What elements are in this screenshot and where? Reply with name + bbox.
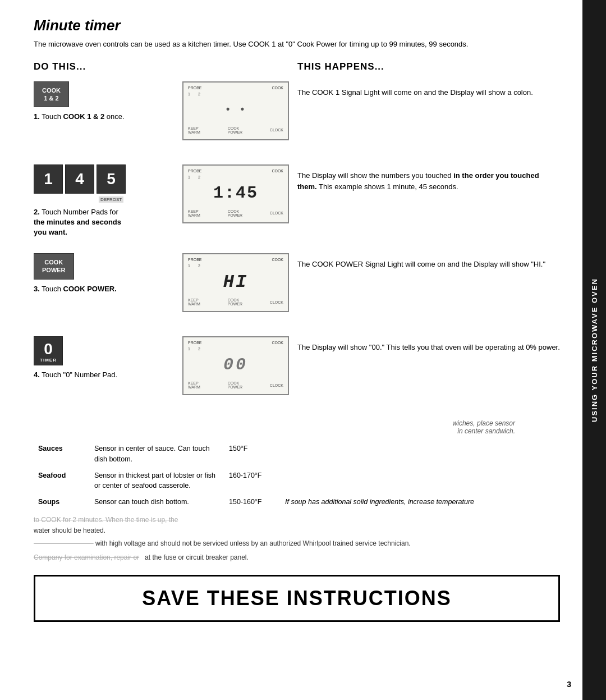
strikethrough-text-2 [34, 539, 94, 547]
intro-text: The microwave oven controls can be used … [34, 39, 560, 50]
cook-power-3: COOKPOWER [228, 298, 242, 306]
temp-sauces: 150°F [224, 441, 281, 468]
keep-warm-4: KEEPWARM [188, 381, 200, 389]
wiches-text: wiches, place sensorin center sandwich. [34, 419, 515, 435]
food-seafood: Seafood [34, 468, 90, 495]
probe-label-2: PROBE [188, 169, 202, 173]
num-pad-4: 4 [65, 164, 94, 194]
col-left-header: DO THIS... [34, 61, 174, 72]
step-3-display: PROBE COOK 1 2 HI KEEPWARM COOKPOWER CLO… [174, 253, 297, 312]
step-4-display: PROBE COOK 1 2 00 KEEPWARM COOKPOWER CLO… [174, 336, 297, 395]
step-1-description: The COOK 1 Signal Light will come on and… [297, 81, 560, 99]
save-instructions-banner: SAVE THESE INSTRUCTIONS [34, 575, 560, 622]
display-mid-2: 1:45 [188, 179, 283, 207]
display-bottom-2: KEEPWARM COOKPOWER CLOCK [188, 209, 283, 217]
step-2-description: The Display will show the numbers you to… [297, 164, 560, 194]
food-sauces: Sauces [34, 441, 90, 468]
display-top-3: PROBE COOK [188, 258, 283, 262]
defrost-tag: DEFROST [99, 196, 123, 203]
main-content: Minute timer The microwave oven controls… [0, 0, 582, 700]
display-bottom-3: KEEPWARM COOKPOWER CLOCK [188, 298, 283, 306]
temp-seafood: 160-170°F [224, 468, 281, 495]
display-indicators-1: 1 2 [188, 92, 283, 96]
step-1-row: COOK1 & 2 1. Touch COOK 1 & 2 once. PROB… [34, 81, 560, 149]
cook-power-4: COOKPOWER [228, 381, 242, 389]
cook2-indicator-3: 2 [198, 264, 200, 268]
note-soups: If soup has additional solid ingredients… [281, 494, 560, 510]
columns-header: DO THIS... THIS HAPPENS... [34, 61, 560, 72]
clock-2: CLOCK [270, 211, 283, 215]
display-bottom-1: KEEPWARM COOKPOWER CLOCK [188, 126, 283, 134]
note-sauces [281, 441, 560, 468]
col-middle-header [174, 61, 297, 72]
bottom-partial-1: to COOK for 2 minutes. When the time is … [34, 515, 560, 536]
display-top-2: PROBE COOK [188, 169, 283, 173]
sidebar-text: USING YOUR MICROWAVE OVEN [590, 278, 599, 422]
display-bottom-4: KEEPWARM COOKPOWER CLOCK [188, 381, 283, 389]
display-panel-2: PROBE COOK 1 2 1:45 KEEPWARM COOKPOWER C… [182, 164, 289, 223]
zero-pad: 0 TIMER [34, 336, 63, 365]
clock-3: CLOCK [270, 300, 283, 304]
num-pad-1: 1 [34, 164, 63, 194]
page-title: Minute timer [34, 17, 560, 34]
cook-1-2-button: COOK1 & 2 [34, 81, 69, 108]
food-soups: Soups [34, 494, 90, 510]
display-indicators-2: 1 2 [188, 175, 283, 179]
keep-warm-3: KEEPWARM [188, 298, 200, 306]
keep-warm-2: KEEPWARM [188, 209, 200, 217]
display-panel-4: PROBE COOK 1 2 00 KEEPWARM COOKPOWER CLO… [182, 336, 289, 395]
do-this-header: DO THIS... [34, 61, 86, 72]
step-1-label: 1. Touch COOK 1 & 2 once. [34, 112, 125, 122]
keep-warm-1: KEEPWARM [188, 126, 200, 134]
step-2-display: PROBE COOK 1 2 1:45 KEEPWARM COOKPOWER C… [174, 164, 297, 223]
display-indicators-3: 1 2 [188, 264, 283, 268]
step-3-description: The COOK POWER Signal Light will come on… [297, 253, 560, 271]
step-3-row: COOKPOWER 3. Touch COOK POWER. PROBE COO… [34, 253, 560, 321]
sensor-table: Sauces Sensor in center of sauce. Can to… [34, 441, 560, 510]
probe-label-4: PROBE [188, 341, 202, 345]
cook-label-2: COOK [272, 169, 283, 173]
step-4-description: The Display will show "00." This tells y… [297, 336, 560, 354]
bottom-partial-2: with high voltage and should not be serv… [34, 538, 560, 549]
col-right-header: THIS HAPPENS... [297, 61, 560, 72]
clock-1: CLOCK [270, 128, 283, 132]
page-wrapper: Minute timer The microwave oven controls… [0, 0, 606, 700]
cook-label-4: COOK [272, 341, 283, 345]
probe-label-3: PROBE [188, 258, 202, 262]
step-2-row: 1 4 5 DEFROST 2. Touch Number Pads forth… [34, 164, 560, 238]
temp-soups: 150-160°F [224, 494, 281, 510]
cook-label-3: COOK [272, 258, 283, 262]
cook2-indicator-2: 2 [198, 175, 200, 179]
display-mid-4: 00 [188, 351, 283, 379]
timer-tag: TIMER [40, 358, 57, 363]
strikethrough-text-1: to COOK for 2 minutes. When the time is … [34, 516, 178, 524]
cook1-indicator-3: 1 [188, 264, 190, 268]
step-1-left: COOK1 & 2 1. Touch COOK 1 & 2 once. [34, 81, 174, 122]
num-pad-5: 5 [97, 164, 126, 194]
cook1-indicator-4: 1 [188, 347, 190, 351]
probe-label-1: PROBE [188, 86, 202, 90]
cook1-indicator-2: 1 [188, 175, 190, 179]
display-mid-3: HI [188, 268, 283, 296]
table-row: Soups Sensor can touch dish bottom. 150-… [34, 494, 560, 510]
number-pads-row: 1 4 5 DEFROST [34, 164, 126, 194]
step-1-display: PROBE COOK 1 2 • • KEEPWARM COOKPOWER CL… [174, 81, 297, 140]
step-4-left: 0 TIMER 4. Touch "0" Number Pad. [34, 336, 174, 380]
page-number: 3 [567, 680, 571, 689]
display-panel-1: PROBE COOK 1 2 • • KEEPWARM COOKPOWER CL… [182, 81, 289, 140]
display-indicators-4: 1 2 [188, 347, 283, 351]
this-happens-header: THIS HAPPENS... [297, 61, 384, 72]
sidebar: USING YOUR MICROWAVE OVEN [582, 0, 606, 700]
display-panel-3: PROBE COOK 1 2 HI KEEPWARM COOKPOWER CLO… [182, 253, 289, 312]
strikethrough-text-3: Company for examination, repair or [34, 553, 139, 561]
step-3-label: 3. Touch COOK POWER. [34, 284, 117, 294]
cook-power-1: COOKPOWER [228, 126, 242, 134]
display-top-1: PROBE COOK [188, 86, 283, 90]
cook2-indicator-4: 2 [198, 347, 200, 351]
cook1-indicator: 1 [188, 92, 190, 96]
clock-4: CLOCK [270, 383, 283, 387]
cook-label-1: COOK [272, 86, 283, 90]
sensor-soups: Sensor can touch dish bottom. [90, 494, 224, 510]
cook-power-2: COOKPOWER [228, 209, 242, 217]
cook-power-button: COOKPOWER [34, 253, 74, 280]
